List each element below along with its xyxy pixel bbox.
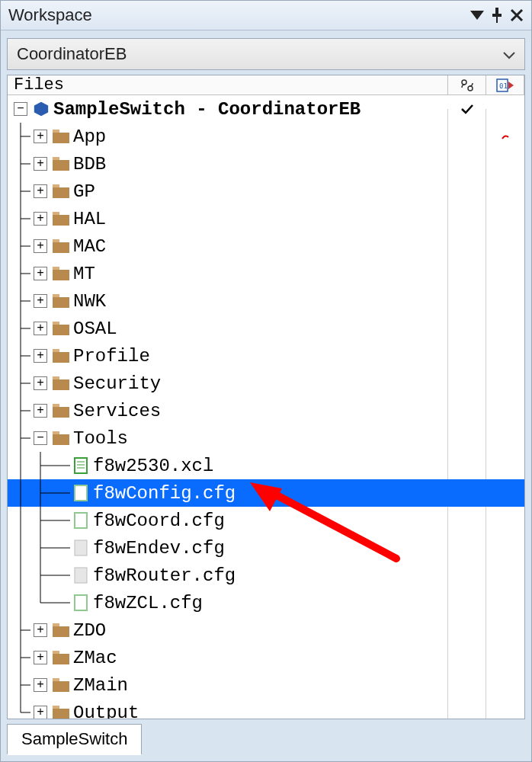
svg-marker-10 [508, 82, 514, 89]
expander-plus-icon[interactable]: + [34, 267, 47, 280]
svg-rect-2 [492, 14, 502, 17]
svg-rect-27 [53, 215, 69, 226]
status-dot-icon [486, 123, 524, 150]
tree-folder-tools[interactable]: −Tools [8, 424, 524, 452]
folder-label: App [73, 126, 106, 147]
file-icon [72, 594, 90, 612]
expander-minus-icon[interactable]: − [34, 431, 47, 445]
tree-folder-bdb[interactable]: +BDB [8, 150, 524, 178]
tree-file-f8wcoord[interactable]: f8wCoord.cfg [8, 507, 524, 534]
folder-icon [52, 703, 70, 719]
tree-folder-mac[interactable]: +MAC [8, 232, 524, 260]
tree-folder-nwk[interactable]: +NWK [8, 287, 524, 315]
svg-rect-59 [53, 434, 69, 445]
project-tabs: SampleSwitch [7, 724, 525, 755]
expander-plus-icon[interactable]: + [34, 678, 47, 692]
expander-plus-icon[interactable]: + [34, 184, 47, 198]
expander-plus-icon[interactable]: + [34, 349, 47, 363]
svg-rect-31 [53, 242, 69, 253]
svg-rect-23 [53, 187, 69, 198]
tree-folder-osal[interactable]: +OSAL [8, 315, 524, 342]
tree-folder-security[interactable]: +Security [8, 370, 524, 397]
svg-rect-3 [496, 17, 498, 23]
workspace-panel: Workspace CoordinatorEB Files 01 [0, 0, 532, 762]
close-icon[interactable] [510, 8, 524, 22]
tree-folder-app[interactable]: + App [8, 123, 524, 150]
tree-folder-output[interactable]: +Output [8, 699, 524, 719]
folder-label: ZMac [73, 648, 117, 668]
folder-icon [52, 676, 70, 694]
svg-rect-82 [75, 540, 87, 555]
folder-label: ZMain [73, 675, 128, 696]
expander-plus-icon[interactable]: + [34, 651, 47, 664]
folder-icon [52, 402, 70, 420]
expander-plus-icon[interactable]: + [34, 322, 47, 335]
svg-rect-104 [53, 681, 69, 692]
tree-file-f8w2530[interactable]: f8w2530.xcl [8, 452, 524, 479]
tree-rows: − SampleSwitch - CoordinatorEB + [8, 95, 524, 719]
column-icon-1[interactable] [448, 75, 486, 94]
svg-point-7 [468, 86, 473, 91]
dropdown-menu-icon[interactable] [470, 11, 484, 20]
folder-icon [52, 155, 70, 173]
folder-label: Tools [73, 428, 128, 449]
tree-folder-mt[interactable]: +MT [8, 260, 524, 287]
tree-folder-services[interactable]: +Services [8, 397, 524, 424]
expander-plus-icon[interactable]: + [34, 212, 47, 226]
expander-plus-icon[interactable]: + [34, 130, 47, 143]
file-tree: Files 01 − SampleSwitch - CoordinatorEB [7, 75, 525, 719]
expander-plus-icon[interactable]: + [34, 404, 47, 418]
project-tab[interactable]: SampleSwitch [7, 724, 142, 755]
panel-title: Workspace [8, 5, 92, 25]
folder-label: ZDO [73, 620, 106, 641]
expander-plus-icon[interactable]: + [34, 623, 47, 637]
tree-folder-profile[interactable]: +Profile [8, 342, 524, 370]
svg-rect-64 [75, 458, 87, 473]
folder-label: HAL [73, 209, 106, 229]
svg-rect-55 [53, 407, 69, 418]
tree-file-f8wzcl[interactable]: f8wZCL.cfg [8, 589, 524, 616]
expander-minus-icon[interactable]: − [14, 102, 27, 116]
folder-label: Security [73, 373, 161, 394]
svg-rect-87 [75, 568, 87, 583]
expander-plus-icon[interactable]: + [34, 376, 47, 390]
svg-rect-43 [53, 325, 69, 335]
folder-icon [52, 648, 70, 667]
pin-icon[interactable] [490, 8, 504, 23]
config-dropdown[interactable]: CoordinatorEB [7, 38, 525, 71]
project-label: SampleSwitch - CoordinatorEB [53, 99, 361, 120]
tree-folder-zmac[interactable]: +ZMac [8, 644, 524, 671]
tree-folder-gp[interactable]: +GP [8, 178, 524, 205]
folder-icon [52, 374, 70, 392]
expander-plus-icon[interactable]: + [34, 157, 47, 171]
tree-file-f8wrouter[interactable]: f8wRouter.cfg [8, 562, 524, 589]
tree-file-f8wendev[interactable]: f8wEndev.cfg [8, 534, 524, 562]
tree-file-f8wconfig[interactable]: f8wConfig.cfg [8, 479, 524, 507]
file-icon [72, 484, 90, 502]
hexagon-icon [32, 100, 50, 118]
folder-icon [52, 210, 70, 228]
folder-label: NWK [73, 291, 106, 312]
tree-folder-zmain[interactable]: +ZMain [8, 671, 524, 699]
tree-folder-hal[interactable]: +HAL [8, 205, 524, 232]
titlebar: Workspace [1, 1, 531, 30]
config-dropdown-value: CoordinatorEB [17, 44, 127, 64]
file-icon [72, 456, 90, 475]
tree-header: Files 01 [8, 75, 524, 95]
column-icon-2[interactable]: 01 [486, 75, 524, 94]
svg-rect-77 [75, 513, 87, 528]
svg-marker-0 [470, 11, 484, 20]
svg-rect-39 [53, 297, 69, 308]
folder-icon [52, 237, 70, 255]
project-root[interactable]: − SampleSwitch - CoordinatorEB [8, 95, 524, 123]
column-files[interactable]: Files [8, 75, 448, 94]
expander-plus-icon[interactable]: + [34, 706, 47, 719]
tree-folder-zdo[interactable]: +ZDO [8, 616, 524, 644]
folder-label: OSAL [73, 319, 117, 339]
folder-label: Services [73, 401, 161, 421]
expander-plus-icon[interactable]: + [34, 239, 47, 253]
svg-text:01: 01 [499, 82, 508, 90]
svg-rect-19 [53, 160, 69, 171]
folder-label: MAC [73, 236, 106, 257]
expander-plus-icon[interactable]: + [34, 294, 47, 308]
